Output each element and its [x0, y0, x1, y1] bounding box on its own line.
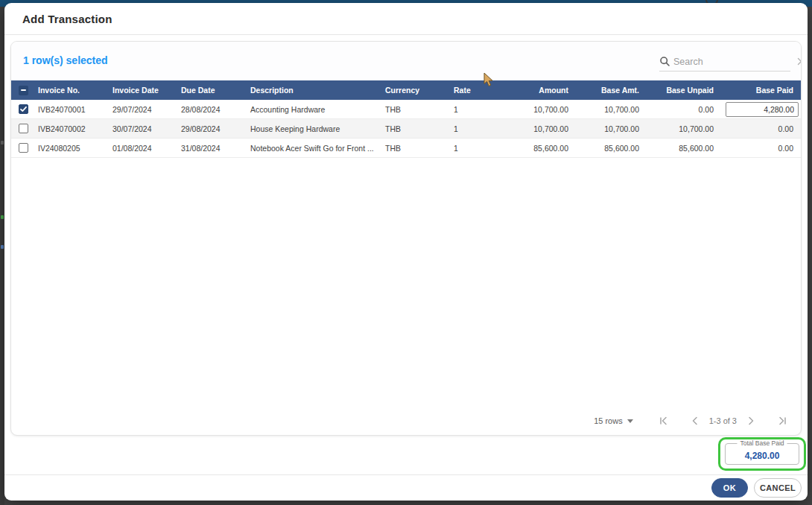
cell-base-paid: 0.00 [723, 144, 801, 153]
cancel-button[interactable]: CANCEL [754, 478, 802, 498]
cell-rate: 1 [451, 144, 495, 153]
search-field[interactable] [659, 52, 790, 72]
select-all-checkbox[interactable] [11, 86, 35, 95]
cell-invoice-no: IVB24070001 [35, 105, 110, 114]
invoice-table: Invoice No. Invoice Date Due Date Descri… [11, 80, 801, 158]
search-input[interactable] [670, 57, 796, 67]
sidebar-tick [1, 215, 4, 219]
dropdown-caret-icon[interactable] [627, 419, 633, 423]
cell-rate: 1 [451, 105, 495, 114]
checkbox-unchecked-icon[interactable] [19, 124, 28, 133]
col-header-invoice-date[interactable]: Invoice Date [110, 86, 178, 95]
checkbox-checked-icon[interactable] [19, 104, 28, 114]
table-row[interactable]: IV24080205 01/08/2024 31/08/2024 Noteboo… [11, 139, 801, 158]
add-transaction-dialog: Add Transaction 1 row(s) selected [4, 3, 808, 501]
prev-page-icon[interactable] [685, 412, 705, 430]
cell-description: Notebook Acer Swift Go for Front ... [247, 144, 382, 153]
col-header-rate[interactable]: Rate [451, 86, 495, 95]
col-header-invoice-no[interactable]: Invoice No. [35, 86, 110, 95]
cell-due-date: 29/08/2024 [178, 124, 247, 133]
checkbox-unchecked-icon[interactable] [19, 143, 28, 153]
total-base-paid-label: Total Base Paid [737, 439, 787, 447]
cell-base-unpaid: 10,700.00 [648, 124, 723, 133]
total-base-paid-field: Total Base Paid 4,280.00 [725, 443, 799, 465]
total-base-paid-highlight: Total Base Paid 4,280.00 [718, 437, 806, 471]
total-base-paid-value: 4,280.00 [745, 451, 780, 461]
dialog-footer: OK CANCEL [4, 474, 808, 501]
cell-rate: 1 [451, 124, 495, 133]
table-header-row: Invoice No. Invoice Date Due Date Descri… [11, 80, 801, 100]
cell-base-unpaid: 0.00 [648, 105, 723, 114]
table-toolbar: 1 row(s) selected [11, 42, 801, 80]
selection-status: 1 row(s) selected [23, 54, 108, 66]
cell-invoice-date: 30/07/2024 [110, 124, 178, 133]
first-page-icon[interactable] [654, 412, 673, 430]
cell-currency: THB [382, 105, 451, 114]
table-row[interactable]: IVB24070001 29/07/2024 28/08/2024 Accoun… [11, 100, 801, 119]
col-header-amount[interactable]: Amount [495, 86, 577, 95]
col-header-currency[interactable]: Currency [382, 86, 451, 95]
pagination-bar: 15 rows 1-3 of 3 [594, 412, 792, 430]
cell-currency: THB [382, 144, 451, 153]
invoice-table-card: 1 row(s) selected [10, 41, 802, 436]
cell-amount: 10,700.00 [495, 124, 577, 133]
last-page-icon[interactable] [773, 412, 792, 430]
col-header-due-date[interactable]: Due Date [178, 86, 247, 95]
cell-due-date: 31/08/2024 [178, 144, 247, 153]
col-header-base-amt[interactable]: Base Amt. [577, 86, 648, 95]
cell-invoice-date: 01/08/2024 [110, 144, 178, 153]
dialog-title: Add Transaction [22, 13, 112, 25]
cell-base-unpaid: 85,600.00 [648, 144, 723, 153]
sidebar-tick [1, 245, 4, 249]
cell-invoice-no: IV24080205 [35, 144, 110, 153]
cell-base-amt: 10,700.00 [577, 105, 648, 114]
col-header-base-unpaid[interactable]: Base Unpaid [648, 86, 723, 95]
clear-search-icon[interactable] [796, 57, 802, 66]
rows-per-page-select[interactable]: 15 rows [594, 416, 623, 425]
col-header-description[interactable]: Description [247, 86, 382, 95]
ok-button[interactable]: OK [711, 478, 748, 498]
cell-invoice-no: IVB24070002 [35, 124, 110, 133]
next-page-icon[interactable] [741, 412, 761, 430]
search-icon [659, 56, 670, 67]
table-row[interactable]: IVB24070002 30/07/2024 29/08/2024 House … [11, 119, 801, 139]
cell-description: Accounting Hardware [247, 105, 382, 114]
checkbox-indeterminate-icon[interactable] [19, 86, 28, 95]
cell-description: House Keeping Hardware [247, 124, 382, 133]
cell-currency: THB [382, 124, 451, 133]
base-paid-input[interactable] [726, 102, 799, 117]
sidebar-tick [1, 141, 4, 144]
cell-due-date: 28/08/2024 [178, 105, 247, 114]
cell-base-paid: 0.00 [723, 124, 801, 133]
cell-amount: 85,600.00 [495, 144, 577, 153]
cell-base-amt: 10,700.00 [577, 124, 648, 133]
cell-base-amt: 85,600.00 [577, 144, 648, 153]
cell-amount: 10,700.00 [495, 105, 577, 114]
dialog-header: Add Transaction [4, 3, 808, 35]
col-header-base-paid[interactable]: Base Paid [723, 86, 801, 95]
cell-invoice-date: 29/07/2024 [110, 105, 178, 114]
page-range-label: 1-3 of 3 [709, 416, 737, 425]
